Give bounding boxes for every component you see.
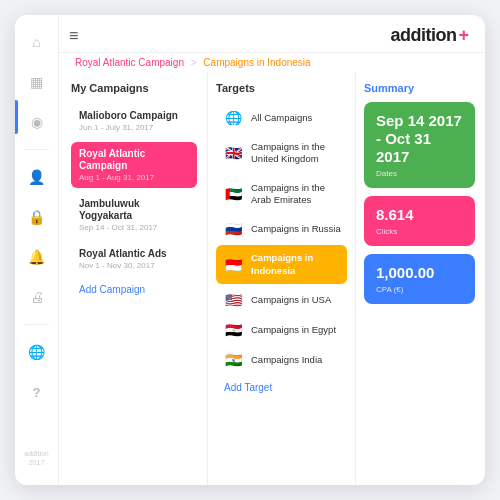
list-item[interactable]: Royal Atlantic Ads Nov 1 - Nov 30, 2017 [71,242,197,276]
main-content: ≡ addition+ Royal Atlantic Campaign > Ca… [59,15,485,485]
list-item[interactable]: 🇷🇺 Campaigns in Russia [216,215,347,243]
target-label: Campaigns in Russia [251,223,341,235]
globe-icon[interactable]: 🌐 [20,335,54,369]
target-label: Campaigns in Egypt [251,324,336,336]
campaign-name: Jambuluwuk Yogyakarta [79,198,189,222]
campaigns-title: My Campaigns [71,82,197,94]
home-icon[interactable]: ⌂ [20,25,54,59]
target-label: Campaigns in the Arab Emirates [251,182,341,207]
user-icon[interactable]: 👤 [20,160,54,194]
targets-column: Targets 🌐 All Campaigns 🇬🇧 Campaigns in … [207,72,355,485]
list-item[interactable]: Royal Atlantic Campaign Aug 1 - Aug 31, … [71,142,197,188]
flag-icon: 🇪🇬 [222,323,244,337]
campaign-name: Royal Atlantic Campaign [79,148,189,172]
flag-icon: 🇮🇳 [222,353,244,367]
list-item[interactable]: 🇪🇬 Campaigns in Egypt [216,316,347,344]
breadcrumb-separator: > [191,57,197,68]
sidebar-bottom: addition 2017 [24,450,49,475]
sidebar-divider-1 [25,149,49,150]
bell-icon[interactable]: 🔔 [20,240,54,274]
flag-icon: 🇺🇸 [222,293,244,307]
campaign-date: Nov 1 - Nov 30, 2017 [79,261,189,270]
logo-text: addition [390,25,456,46]
sidebar-accent-bar [15,100,18,134]
list-item[interactable]: 🇦🇪 Campaigns in the Arab Emirates [216,175,347,214]
help-icon[interactable]: ? [20,375,54,409]
list-item[interactable]: 🇺🇸 Campaigns in USA [216,286,347,314]
lock-icon[interactable]: 🔒 [20,200,54,234]
list-item[interactable]: Jambuluwuk Yogyakarta Sep 14 - Oct 31, 2… [71,192,197,238]
summary-card-value: 8.614 [376,206,463,224]
header: ≡ addition+ [59,15,485,53]
target-label: Campaigns in Indonesia [251,252,341,277]
flag-icon: 🇦🇪 [222,187,244,201]
add-campaign-link[interactable]: Add Campaign [71,280,197,299]
campaigns-column: My Campaigns Malioboro Campaign Jun 1 - … [59,72,207,485]
summary-card-dates: Sep 14 2017- Oct 31 2017 Dates [364,102,475,188]
summary-title: Summary [364,82,475,94]
summary-card-value: 1,000.00 [376,264,463,282]
summary-column: Summary Sep 14 2017- Oct 31 2017 Dates 8… [355,72,485,485]
flag-icon: 🇮🇩 [222,258,244,272]
flag-icon: 🇷🇺 [222,222,244,236]
chart-icon[interactable]: ▦ [20,65,54,99]
target-label: All Campaigns [251,112,312,124]
summary-card-value: Sep 14 2017- Oct 31 2017 [376,112,463,166]
target-label: Campaigns in the United Kingdom [251,141,341,166]
campaign-date: Jun 1 - July 31, 2017 [79,123,189,132]
logo-plus: + [458,25,469,46]
breadcrumb-campaign-link[interactable]: Royal Atlantic Campaign [75,57,184,68]
target-label: Campaigns in USA [251,294,331,306]
campaign-date: Sep 14 - Oct 31, 2017 [79,223,189,232]
list-item[interactable]: 🇬🇧 Campaigns in the United Kingdom [216,134,347,173]
target-label: Campaigns India [251,354,322,366]
summary-card-clicks: 8.614 Clicks [364,196,475,246]
printer-icon[interactable]: 🖨 [20,280,54,314]
body-area: My Campaigns Malioboro Campaign Jun 1 - … [59,72,485,485]
campaign-date: Aug 1 - Aug 31, 2017 [79,173,189,182]
summary-card-label: Dates [376,169,463,178]
add-target-link[interactable]: Add Target [216,378,347,397]
sidebar-divider-2 [25,324,49,325]
targets-title: Targets [216,82,347,94]
app-window: ⌂ ▦ ◉ 👤 🔒 🔔 🖨 🌐 ? addition 2017 ≡ additi… [15,15,485,485]
flag-icon: 🌐 [222,111,244,125]
summary-card-label: Clicks [376,227,463,236]
sidebar: ⌂ ▦ ◉ 👤 🔒 🔔 🖨 🌐 ? addition 2017 [15,15,59,485]
campaign-name: Royal Atlantic Ads [79,248,189,260]
campaign-name: Malioboro Campaign [79,110,189,122]
list-item[interactable]: Malioboro Campaign Jun 1 - July 31, 2017 [71,104,197,138]
breadcrumb-current: Campaigns in Indonesia [203,57,310,68]
sidebar-top: ⌂ ▦ ◉ 👤 🔒 🔔 🖨 🌐 ? [20,25,54,409]
list-item[interactable]: 🇮🇳 Campaigns India [216,346,347,374]
hamburger-button[interactable]: ≡ [69,27,78,45]
summary-card-cpa: 1,000.00 CPA (€) [364,254,475,304]
logo: addition+ [390,25,469,46]
flag-icon: 🇬🇧 [222,146,244,160]
list-item[interactable]: 🌐 All Campaigns [216,104,347,132]
list-item[interactable]: 🇮🇩 Campaigns in Indonesia [216,245,347,284]
summary-card-label: CPA (€) [376,285,463,294]
sidebar-logo-small: addition 2017 [24,450,49,467]
breadcrumb: Royal Atlantic Campaign > Campaigns in I… [59,53,485,72]
eye-icon[interactable]: ◉ [20,105,54,139]
